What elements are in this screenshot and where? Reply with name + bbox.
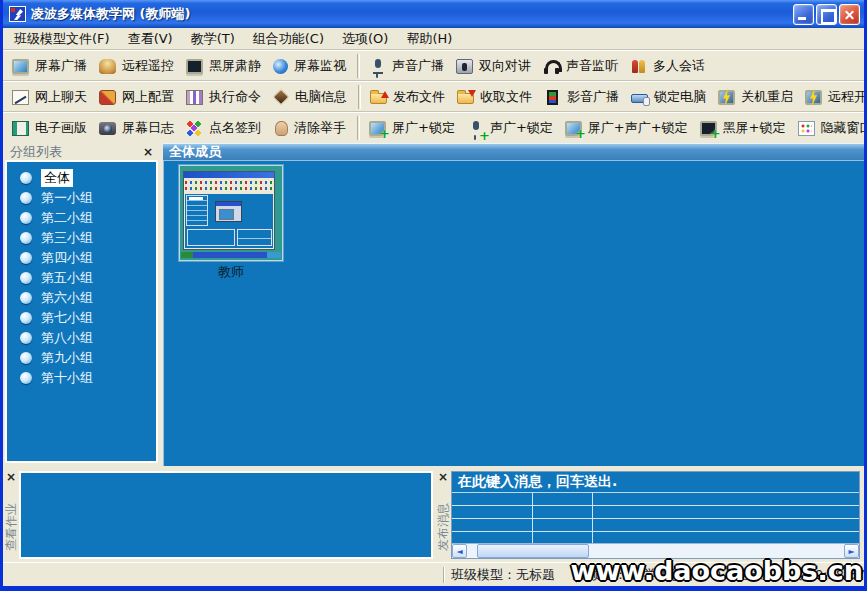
screen-watch-button[interactable]: 屏幕监视 — [270, 55, 355, 77]
toolbar-button-label: 声广+锁定 — [490, 119, 553, 137]
group-item-7[interactable]: 第六小组 — [7, 288, 156, 308]
group-item-4[interactable]: 第三小组 — [7, 228, 156, 248]
clear-hands-button[interactable]: 清除举手 — [270, 117, 355, 139]
window-title: 凌波多媒体教学网 (教师端) — [31, 5, 791, 23]
pc-info-button[interactable]: 电脑信息 — [270, 86, 356, 108]
preview-group-list — [186, 195, 208, 226]
screen-voice-lock-button[interactable]: 屏广+声广+锁定 — [562, 117, 697, 139]
toolbar-button-label: 关机重启 — [741, 88, 793, 106]
receive-file-button[interactable]: 收取文件 — [454, 86, 541, 108]
whiteboard-icon — [12, 121, 29, 136]
group-list-panel: 分组列表 × 全体第一小组第二小组第三小组第四小组第五小组第六小组第七小组第八小… — [3, 143, 160, 466]
group-sphere-icon — [20, 192, 32, 204]
group-item-11[interactable]: 第十小组 — [7, 368, 156, 388]
close-button[interactable] — [839, 4, 860, 25]
menu-item-1[interactable]: 班级模型文件(F) — [5, 28, 119, 50]
group-item-10[interactable]: 第九小组 — [7, 348, 156, 368]
group-item-9[interactable]: 第八小组 — [7, 328, 156, 348]
net-chat-button[interactable]: 网上聊天 — [9, 86, 96, 108]
roll-call-button[interactable]: 点名签到 — [183, 117, 270, 139]
toolbar-button-label: 点名签到 — [209, 119, 261, 137]
group-item-label: 第十小组 — [41, 369, 93, 387]
toolbar-button-label: 发布文件 — [393, 88, 445, 106]
homework-panel-title: 查看作业 — [3, 503, 20, 551]
maximize-button[interactable] — [816, 4, 837, 25]
net-chat-icon — [12, 90, 29, 105]
menu-bar: 班级模型文件(F)查看(V)教学(T)组合功能(C)选项(O)帮助(H) — [3, 28, 864, 50]
group-item-5[interactable]: 第四小组 — [7, 248, 156, 268]
voice-lock-button[interactable]: 声广+锁定 — [464, 117, 562, 139]
menu-item-4[interactable]: 组合功能(C) — [244, 28, 333, 50]
preview-inner-window — [215, 201, 242, 222]
member-item-1[interactable]: 教师 — [177, 165, 285, 281]
toolbar-button-label: 影音广播 — [567, 88, 619, 106]
group-item-label: 第四小组 — [41, 249, 93, 267]
message-input[interactable]: 在此键入消息，回车送出. — [452, 472, 859, 493]
toolbar-button-label: 收取文件 — [480, 88, 532, 106]
group-sphere-icon — [20, 312, 32, 324]
toolbar-button-label: 屏广+声广+锁定 — [588, 119, 688, 137]
group-item-1[interactable]: 全体 — [7, 168, 156, 188]
blackscreen-lock-icon — [700, 121, 717, 136]
menu-item-6[interactable]: 帮助(H) — [397, 28, 461, 50]
remote-control-button[interactable]: 远程遥控 — [96, 55, 183, 77]
homework-panel-strip: × 查看作业 — [3, 469, 19, 562]
remote-boot-button[interactable]: 远程开机 — [802, 86, 867, 108]
group-sphere-icon — [20, 332, 32, 344]
toolbar-button-label: 声音广播 — [392, 57, 444, 75]
screen-broadcast-button[interactable]: 屏幕广播 — [9, 55, 96, 77]
message-content: 在此键入消息，回车送出. ◄ ► — [451, 471, 860, 559]
toolbar-button-label: 黑屏+锁定 — [723, 119, 786, 137]
group-item-label: 第七小组 — [41, 309, 93, 327]
group-item-label: 第八小组 — [41, 329, 93, 347]
group-item-label: 第一小组 — [41, 189, 93, 207]
toolbar-button-label: 执行命令 — [209, 88, 261, 106]
toolbar-button-label: 屏幕广播 — [35, 57, 87, 75]
net-config-button[interactable]: 网上配置 — [96, 86, 183, 108]
preview-bottom-right — [237, 229, 272, 246]
members-header: 全体成员 — [163, 143, 864, 160]
app-window: 凌波多媒体教学网 (教师端) 班级模型文件(F)查看(V)教学(T)组合功能(C… — [0, 0, 867, 591]
hide-window-button[interactable]: 隐藏窗口 — [795, 117, 867, 139]
message-close-icon[interactable]: × — [438, 472, 448, 482]
black-screen-button[interactable]: 黑屏肃静 — [183, 55, 270, 77]
av-broadcast-button[interactable]: 影音广播 — [541, 86, 628, 108]
group-sphere-icon — [20, 252, 32, 264]
members-panel: 全体成员 教师 — [163, 143, 864, 466]
lock-pc-button[interactable]: 锁定电脑 — [628, 86, 715, 108]
toolbar-button-label: 电脑信息 — [295, 88, 347, 106]
screencast-lock-icon — [369, 121, 386, 136]
group-list-title: 分组列表 — [10, 143, 143, 161]
intercom-button[interactable]: 双向对讲 — [453, 55, 540, 77]
member-screen-thumbnail[interactable] — [179, 165, 283, 261]
multi-talk-button[interactable]: 多人会话 — [627, 55, 714, 77]
group-item-8[interactable]: 第七小组 — [7, 308, 156, 328]
shutdown-restart-button[interactable]: 关机重启 — [715, 86, 802, 108]
blackscreen-lock-button[interactable]: 黑屏+锁定 — [697, 117, 795, 139]
group-item-3[interactable]: 第二小组 — [7, 208, 156, 228]
whiteboard-button[interactable]: 电子画版 — [9, 117, 96, 139]
group-item-6[interactable]: 第五小组 — [7, 268, 156, 288]
voice-monitor-button[interactable]: 声音监听 — [540, 55, 627, 77]
screencast-lock-button[interactable]: 屏广+锁定 — [366, 117, 464, 139]
toolbar-button-label: 清除举手 — [294, 119, 346, 137]
exec-command-button[interactable]: 执行命令 — [183, 86, 270, 108]
minimize-button[interactable] — [793, 4, 814, 25]
screen-log-button[interactable]: 屏幕日志 — [96, 117, 183, 139]
group-list-close-icon[interactable]: × — [143, 147, 153, 157]
group-item-2[interactable]: 第一小组 — [7, 188, 156, 208]
toolbar-button-label: 黑屏肃静 — [209, 57, 261, 75]
group-item-label: 第五小组 — [41, 269, 93, 287]
toolbar-button-label: 远程遥控 — [122, 57, 174, 75]
shutdown-restart-icon — [718, 90, 735, 105]
voice-broadcast-button[interactable]: 声音广播 — [366, 55, 453, 77]
send-file-button[interactable]: 发布文件 — [367, 86, 454, 108]
preview-taskbar — [181, 252, 281, 258]
toolbar-row-3: 电子画版屏幕日志点名签到清除举手屏广+锁定声广+锁定屏广+声广+锁定黑屏+锁定隐… — [3, 112, 864, 143]
scroll-left-icon[interactable]: ◄ — [452, 544, 467, 558]
menu-item-5[interactable]: 选项(O) — [333, 28, 397, 50]
screen-broadcast-icon — [12, 59, 29, 74]
homework-close-icon[interactable]: × — [6, 472, 16, 482]
menu-item-3[interactable]: 教学(T) — [182, 28, 244, 50]
menu-item-2[interactable]: 查看(V) — [119, 28, 182, 50]
